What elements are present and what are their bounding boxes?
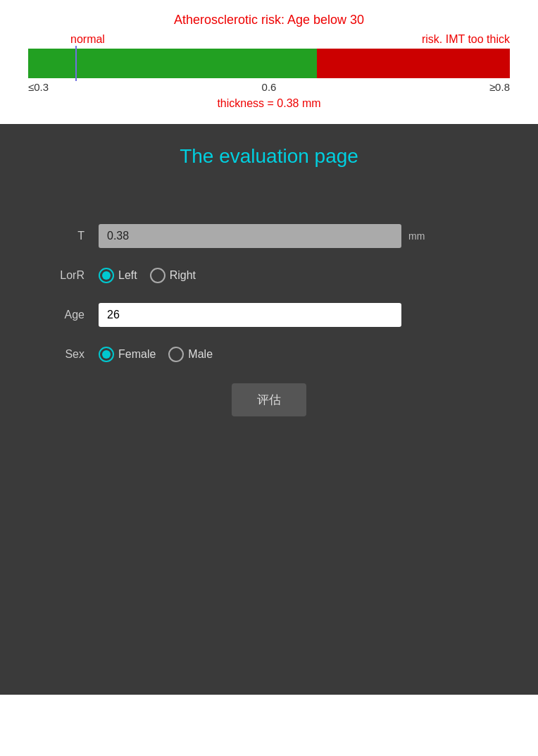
lorr-right-radio[interactable]	[150, 268, 165, 283]
sex-female-label: Female	[118, 348, 156, 361]
top-section: Atherosclerotic risk: Age below 30 norma…	[0, 0, 538, 124]
t-row: T mm	[28, 224, 510, 248]
thickness-label: thickness = 0.38 mm	[21, 97, 517, 110]
lorr-left-option[interactable]: Left	[99, 268, 137, 283]
label-risk: risk. IMT too thick	[422, 33, 510, 46]
bottom-section: The evaluation page T mm LorR Left Right	[0, 124, 538, 695]
risk-bar	[28, 49, 510, 78]
lorr-left-radio[interactable]	[99, 268, 114, 283]
t-input[interactable]	[99, 224, 401, 248]
scale-left: ≤0.3	[28, 81, 49, 93]
sex-female-radio[interactable]	[99, 347, 114, 362]
bar-indicator	[75, 46, 77, 81]
lorr-left-label: Left	[118, 269, 137, 282]
bar-labels: normal risk. IMT too thick	[21, 33, 517, 46]
lorr-row: LorR Left Right	[28, 268, 510, 283]
sex-row: Sex Female Male	[28, 347, 510, 362]
sex-radio-group: Female Male	[99, 347, 213, 362]
sex-male-option[interactable]: Male	[168, 347, 213, 362]
form-area: T mm LorR Left Right Age	[28, 224, 510, 416]
lorr-right-option[interactable]: Right	[150, 268, 196, 283]
scale-row: ≤0.3 0.6 ≥0.8	[21, 78, 517, 93]
sex-male-label: Male	[188, 348, 213, 361]
page-title: The evaluation page	[28, 145, 510, 168]
label-normal: normal	[70, 33, 105, 46]
scale-right: ≥0.8	[489, 81, 510, 93]
lorr-right-label: Right	[170, 269, 196, 282]
age-row: Age	[28, 303, 510, 327]
sex-label: Sex	[28, 348, 85, 361]
eval-button[interactable]: 评估	[232, 383, 306, 416]
sex-male-radio[interactable]	[168, 347, 184, 362]
age-label: Age	[28, 309, 85, 321]
scale-mid: 0.6	[262, 81, 277, 93]
t-label: T	[28, 230, 85, 242]
age-input[interactable]	[99, 303, 401, 327]
lorr-label: LorR	[28, 269, 85, 282]
risk-title: Atherosclerotic risk: Age below 30	[21, 13, 517, 27]
button-row: 评估	[28, 383, 510, 416]
sex-female-option[interactable]: Female	[99, 347, 156, 362]
t-unit: mm	[408, 230, 425, 242]
bar-red	[317, 49, 510, 78]
bar-green	[28, 49, 317, 78]
lorr-radio-group: Left Right	[99, 268, 196, 283]
